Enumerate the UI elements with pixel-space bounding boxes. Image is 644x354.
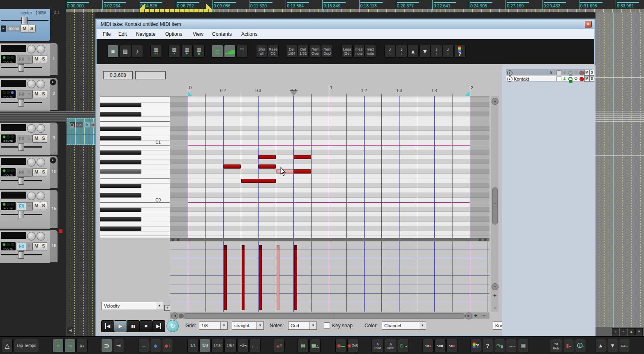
menu-file[interactable]: File [101, 29, 112, 39]
envelope-delete-button[interactable]: ↝× [434, 339, 445, 352]
toolbar-px-arrow[interactable]: Px→ [236, 45, 248, 58]
row-solo-button[interactable]: S [589, 76, 594, 82]
mute-button[interactable]: M [32, 202, 40, 210]
mute-button[interactable]: M [32, 134, 40, 143]
row-play-icon[interactable]: ▶ [507, 70, 512, 76]
track-name-field[interactable] [1, 192, 26, 199]
midi-note[interactable] [294, 155, 311, 159]
white-key[interactable] [100, 150, 170, 155]
pan-knob[interactable] [27, 45, 36, 53]
toolbar-note-stretch[interactable]: ♪↕ [431, 45, 442, 58]
pan-knob[interactable] [27, 80, 36, 88]
row-record-arm-icon[interactable] [579, 77, 584, 81]
go-end-button[interactable]: ▶ [152, 320, 165, 332]
fx-button[interactable]: FX [17, 202, 26, 211]
black-key[interactable] [100, 112, 141, 116]
midi-note[interactable] [241, 179, 276, 183]
fx-button[interactable]: FX [17, 56, 26, 64]
mute-button[interactable]: M [32, 168, 40, 176]
toolbar-transpose-down[interactable]: ▼ [419, 45, 431, 58]
menu-contents[interactable]: Contents [210, 29, 233, 39]
theme-help-button[interactable]: ? [470, 339, 481, 352]
vertical-scrollbar[interactable]: ▲▼+− [491, 96, 499, 312]
master-volume-fader-handle[interactable] [21, 17, 28, 24]
cc-lane-selector[interactable]: Velocity ▼ [102, 302, 163, 310]
toolbar-color-help[interactable]: ? [454, 45, 466, 58]
track-name-field[interactable] [1, 80, 26, 87]
arrange-timeline-ruler[interactable]: 0:00.0000:02.2640:04.5280:06.7920:09.056… [0, 0, 644, 12]
scrollbar-thumb-cap[interactable] [179, 314, 183, 318]
button-1-1[interactable]: 1/1 [187, 339, 199, 352]
ripple-edit-button[interactable]: ⊃ [101, 339, 112, 352]
white-key[interactable] [100, 107, 170, 112]
pan-knob[interactable] [27, 232, 36, 241]
track-panel-15[interactable]: ROUTEFX○MS [0, 190, 50, 229]
master-env-icon[interactable]: ▶ [1, 25, 6, 32]
env-mode-button[interactable]: ∧read [372, 339, 384, 352]
pan-knob[interactable] [27, 158, 36, 167]
white-key[interactable] [100, 179, 170, 184]
row-import-arrow-icon[interactable]: ⇓ [563, 76, 568, 81]
fx-bypass-icon[interactable]: ○ [26, 202, 32, 211]
time-selection-end-handle[interactable] [206, 4, 212, 9]
item-edge-button[interactable]: ⇥ [113, 339, 124, 352]
scroll-down-icon[interactable]: ▼ [635, 328, 643, 335]
secondary-readout[interactable] [135, 71, 166, 79]
envelope-curve-button[interactable]: ↝ [65, 339, 76, 352]
midi-note[interactable] [224, 164, 241, 169]
record-list-button[interactable]: ◉≡ [274, 339, 285, 352]
white-key[interactable] [100, 146, 170, 150]
row-record-arm-icon[interactable] [579, 71, 584, 75]
record-settings-button[interactable]: ▮▪▪ [563, 339, 574, 352]
menu-view[interactable]: View [191, 29, 205, 39]
splitter-grip-right[interactable] [478, 238, 489, 241]
white-key[interactable] [100, 174, 170, 179]
key-snap-checkbox[interactable] [324, 322, 330, 329]
record-item-button[interactable]: ◉▬ [335, 339, 346, 352]
black-key[interactable] [100, 227, 141, 231]
note-length-dropdown[interactable]: Grid ▼ [288, 322, 317, 330]
blocks-metronome-button[interactable]: ▦△ [309, 339, 321, 352]
black-key[interactable] [100, 169, 141, 174]
zoom-out-icon[interactable]: − [481, 312, 487, 318]
move-item-button[interactable]: → [138, 339, 149, 352]
row-checkbox[interactable] [556, 70, 561, 75]
row-visibility-eye-icon[interactable]: ⊙ [574, 76, 579, 81]
item-info-button[interactable]: ⓘ▪ [575, 339, 586, 352]
toolbar-transpose-up[interactable]: ▲ [407, 45, 419, 58]
fx-bypass-icon[interactable]: ○ [26, 56, 32, 64]
black-key[interactable] [100, 193, 141, 197]
toolbar-rese-CC[interactable]: ReseCC [268, 45, 279, 58]
master-mute-button[interactable]: M [21, 25, 28, 32]
edit-cursor-marker[interactable] [290, 90, 298, 96]
pause-button[interactable]: ▮▮ [127, 320, 140, 332]
pan-knob[interactable] [27, 124, 36, 133]
white-key[interactable] [100, 155, 170, 160]
fx-bypass-icon[interactable]: ○ [26, 243, 32, 251]
black-key[interactable] [100, 208, 141, 212]
button-tap-tempo[interactable]: Tap Tempo [14, 339, 39, 352]
volume-fader-handle[interactable] [18, 177, 24, 185]
split-diamond-button[interactable]: ◆ [150, 339, 161, 352]
metronome-button[interactable]: △ [2, 339, 13, 352]
row-lock-icon[interactable] [568, 76, 573, 81]
midi-note[interactable] [294, 169, 311, 174]
velocity-bar-pending[interactable] [277, 245, 279, 310]
white-key[interactable] [100, 164, 170, 169]
help-button[interactable]: ? [482, 339, 493, 352]
toolbar-velocity-tool[interactable]: ▂▄▆ [224, 45, 235, 58]
loop-end-marker[interactable] [465, 91, 470, 96]
mute-button[interactable]: M [32, 55, 40, 63]
horizontal-scrollbar[interactable]: ◀▶+− [170, 312, 489, 319]
white-key[interactable] [100, 203, 170, 208]
fx-button[interactable]: FX [17, 135, 26, 143]
loop-start-marker[interactable] [188, 91, 193, 96]
master-solo-button[interactable]: S [28, 25, 36, 32]
scroll-up-icon[interactable]: ▲ [628, 328, 635, 335]
row-checkbox[interactable] [556, 76, 561, 81]
row-mute-button[interactable]: M [584, 76, 589, 82]
item-lock-chip[interactable] [70, 122, 75, 127]
fx-button[interactable]: FX [17, 169, 26, 177]
volume-fader-handle[interactable] [18, 143, 24, 151]
toolbar-me2-note[interactable]: me2note [353, 45, 365, 58]
